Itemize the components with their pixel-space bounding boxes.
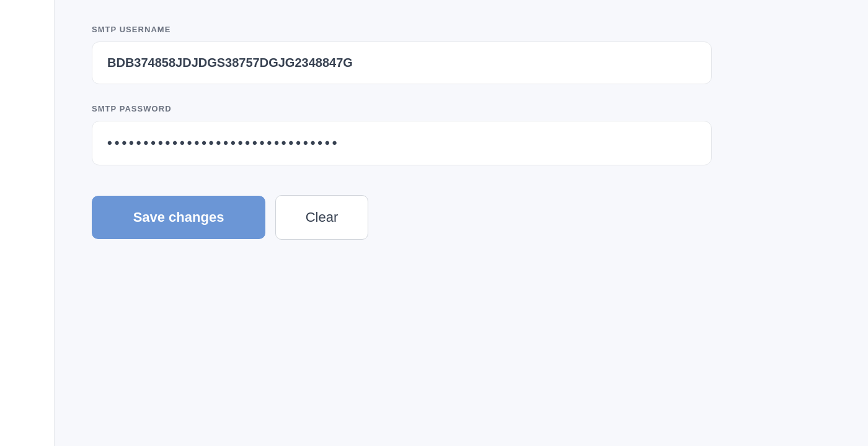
smtp-password-section: SMTP PASSWORD — [92, 104, 831, 165]
clear-button[interactable]: Clear — [275, 195, 368, 240]
smtp-password-input[interactable] — [92, 121, 712, 165]
sidebar — [0, 0, 55, 446]
smtp-username-label: SMTP USERNAME — [92, 25, 831, 34]
save-changes-button[interactable]: Save changes — [92, 196, 265, 239]
smtp-username-input[interactable] — [92, 42, 712, 84]
main-content: SMTP USERNAME SMTP PASSWORD Save changes… — [55, 0, 868, 446]
smtp-username-section: SMTP USERNAME — [92, 25, 831, 84]
action-buttons-row: Save changes Clear — [92, 195, 831, 240]
smtp-password-label: SMTP PASSWORD — [92, 104, 831, 113]
